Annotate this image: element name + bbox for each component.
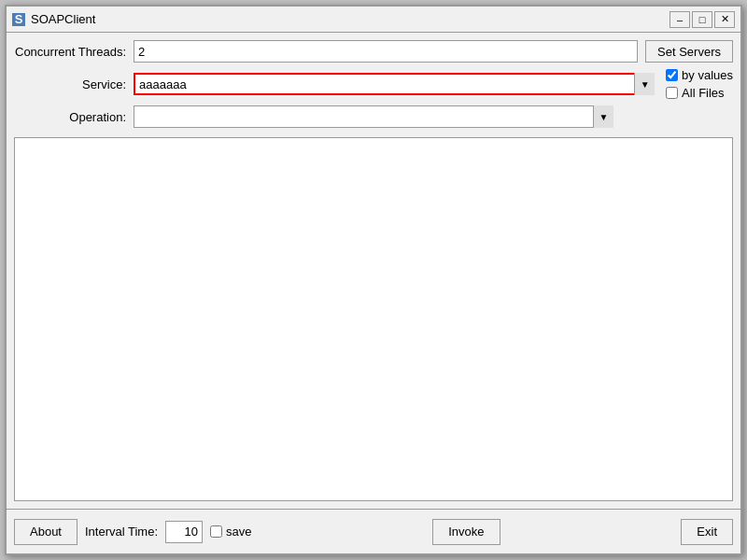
all-files-row: All Files (666, 86, 733, 100)
all-files-checkbox[interactable] (666, 87, 678, 99)
save-checkbox-row: save (210, 525, 251, 539)
by-values-label: by values (682, 68, 733, 82)
exit-button[interactable]: Exit (681, 519, 733, 545)
operation-dropdown[interactable] (134, 105, 613, 128)
footer: About Interval Time: save Invoke Exit (7, 509, 740, 553)
maximize-button[interactable]: □ (692, 11, 712, 28)
operation-row: Operation: ▼ (14, 105, 733, 128)
content-area: Concurrent Threads: Set Servers Service:… (7, 33, 740, 509)
app-icon: S (12, 13, 25, 26)
all-files-label: All Files (682, 86, 725, 100)
main-text-area[interactable] (14, 137, 733, 501)
concurrent-threads-input[interactable] (134, 40, 638, 63)
minimize-button[interactable]: – (669, 11, 690, 28)
close-button[interactable]: ✕ (714, 11, 735, 28)
save-label: save (226, 525, 251, 539)
about-button[interactable]: About (14, 519, 78, 545)
by-values-checkbox[interactable] (666, 69, 678, 81)
title-bar-left: S SOAPClient (12, 12, 95, 26)
window-title: SOAPClient (31, 12, 95, 26)
side-controls: by values All Files (666, 68, 733, 100)
service-dropdown[interactable]: aaaaaaa (134, 73, 655, 95)
invoke-button[interactable]: Invoke (432, 519, 500, 545)
interval-time-input[interactable] (165, 521, 203, 543)
interval-time-label: Interval Time: (85, 525, 158, 539)
concurrent-threads-label: Concurrent Threads: (14, 45, 126, 59)
title-bar-controls: – □ ✕ (669, 11, 735, 28)
operation-select-wrapper: ▼ (134, 105, 613, 128)
set-servers-button[interactable]: Set Servers (645, 40, 733, 63)
concurrent-threads-row: Concurrent Threads: Set Servers (14, 40, 733, 63)
save-checkbox[interactable] (210, 525, 222, 538)
service-label: Service: (14, 77, 126, 91)
operation-label: Operation: (14, 110, 126, 124)
by-values-row: by values (666, 68, 733, 82)
service-row: Service: aaaaaaa ▼ by values All Files (14, 68, 733, 100)
service-select-wrapper: aaaaaaa ▼ (134, 73, 655, 95)
title-bar: S SOAPClient – □ ✕ (7, 7, 740, 33)
main-window: S SOAPClient – □ ✕ Concurrent Threads: S… (5, 5, 742, 555)
